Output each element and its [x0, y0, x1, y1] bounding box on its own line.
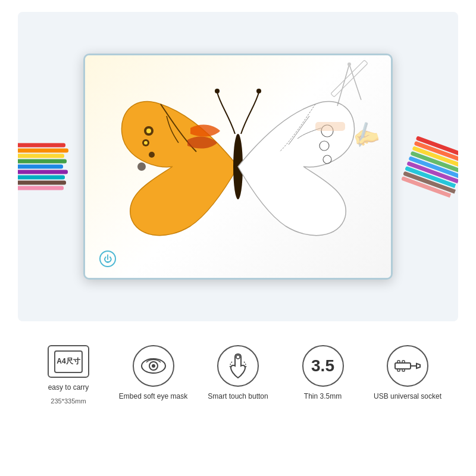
feature-touch: Smart touch button — [199, 345, 277, 402]
butterfly-display: ✍ — [85, 55, 391, 278]
svg-point-12 — [256, 89, 261, 93]
svg-point-2 — [149, 152, 155, 158]
feature-eye-label: Embed soft eye mask — [119, 392, 187, 402]
a4-label: A4尺寸 — [54, 350, 83, 373]
features-row: A4尺寸 easy to carry 235*335mm Embed soft … — [18, 339, 458, 411]
feature-carry-icon: A4尺寸 — [48, 345, 89, 378]
feature-usb-icon-circle — [387, 345, 428, 387]
touch-icon — [226, 353, 250, 379]
feature-carry: A4尺寸 easy to carry 235*335mm — [30, 345, 107, 405]
eye-icon — [140, 357, 167, 375]
page-container: ✍ A4尺寸 easy to carry — [0, 0, 476, 476]
svg-point-11 — [215, 89, 220, 93]
feature-usb-label: USB universal socket — [374, 392, 441, 402]
svg-rect-25 — [402, 369, 405, 371]
feature-thin: 3.5 Thin 3.5mm — [284, 345, 362, 402]
svg-point-15 — [347, 62, 351, 66]
feature-touch-label: Smart touch button — [208, 392, 268, 402]
svg-rect-24 — [397, 369, 400, 371]
svg-point-5 — [144, 141, 148, 145]
feature-thin-icon-circle: 3.5 — [302, 345, 344, 387]
svg-point-4 — [146, 129, 151, 133]
svg-point-20 — [236, 355, 240, 359]
usb-icon — [394, 356, 421, 376]
feature-thin-label: Thin 3.5mm — [304, 392, 342, 402]
thin-number: 3.5 — [311, 356, 334, 375]
svg-rect-21 — [395, 363, 411, 369]
feature-usb: USB universal socket — [369, 345, 446, 402]
light-pad-device: ✍ — [83, 54, 393, 280]
feature-carry-label: easy to carry — [48, 383, 89, 393]
power-button — [99, 250, 116, 267]
product-image-area: ✍ — [18, 12, 458, 321]
feature-eye: Embed soft eye mask — [115, 345, 192, 402]
svg-rect-23 — [402, 361, 405, 363]
svg-rect-22 — [397, 361, 400, 363]
svg-point-19 — [152, 364, 155, 368]
feature-touch-icon-circle — [217, 345, 259, 387]
feature-carry-sublabel: 235*335mm — [51, 397, 86, 405]
svg-point-3 — [137, 162, 146, 171]
feature-eye-icon-circle — [133, 345, 174, 387]
